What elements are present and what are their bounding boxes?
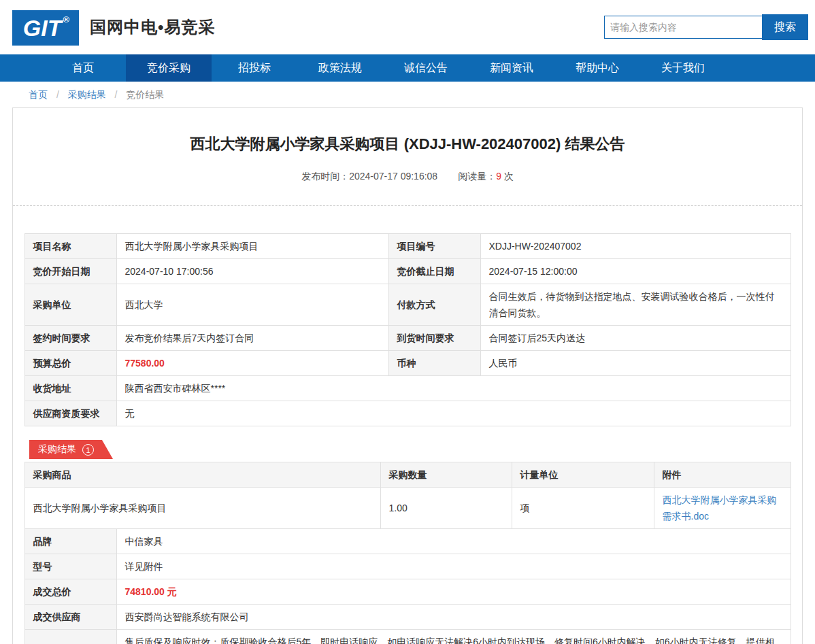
views-unit: 次	[501, 171, 514, 182]
nav-item-policies[interactable]: 政策法规	[297, 54, 383, 82]
breadcrumb-home[interactable]: 首页	[29, 89, 48, 100]
field-value: 陕西省西安市碑林区****	[116, 376, 791, 401]
field-value: 合同签订后25天内送达	[480, 326, 791, 351]
page-title: 西北大学附属小学家具采购项目 (XDJJ-HW-202407002) 结果公告	[29, 134, 786, 154]
table-row: 签约时间要求 发布竞价结果后7天内签订合同 到货时间要求 合同签订后25天内送达	[24, 326, 791, 351]
field-label: 预算总价	[24, 351, 116, 376]
field-label: 收货地址	[24, 376, 116, 401]
publish-time-value: 2024-07-17 09:16:08	[349, 171, 437, 182]
field-label: 项目编号	[388, 234, 480, 259]
table-row: 成交供应商 西安爵尚达智能系统有限公司	[24, 605, 791, 630]
search-bar: 搜索	[604, 0, 808, 54]
search-input[interactable]	[604, 16, 762, 39]
field-label: 采购单位	[24, 284, 116, 326]
deal-total-price: 74810.00 元	[116, 579, 791, 605]
table-row: 竞价开始日期 2024-07-10 17:00:56 竞价截止日期 2024-0…	[24, 259, 791, 284]
attachment-link[interactable]: 西北大学附属小学家具采购需求书.doc	[663, 494, 777, 522]
field-label: 成交供应商	[24, 605, 116, 630]
field-label: 到货时间要求	[388, 326, 480, 351]
attachment-cell: 西北大学附属小学家具采购需求书.doc	[654, 488, 791, 529]
field-label: 竞价截止日期	[388, 259, 480, 284]
announcement-meta: 发布时间：2024-07-17 09:16:08阅读量：9 次	[13, 171, 802, 183]
site-header: GIT® 国网中电•易竞采 搜索	[0, 0, 815, 54]
field-value: 西北大学	[116, 284, 388, 326]
logo-text: GIT	[23, 15, 62, 41]
field-label: 成交总价	[24, 579, 116, 605]
field-label: 币种	[388, 351, 480, 376]
breadcrumb-separator: /	[56, 89, 59, 100]
field-label: 品牌	[24, 529, 116, 554]
nav-item-tenders[interactable]: 招投标	[212, 54, 297, 82]
column-header: 计量单位	[512, 462, 654, 488]
registered-trademark-icon: ®	[63, 14, 70, 24]
nav-item-home[interactable]: 首页	[40, 54, 126, 82]
field-label: 签约时间要求	[24, 326, 116, 351]
field-label: 付款方式	[388, 284, 480, 326]
project-info-table: 项目名称 西北大学附属小学家具采购项目 项目编号 XDJJ-HW-2024070…	[24, 233, 791, 426]
table-row: 项目名称 西北大学附属小学家具采购项目 项目编号 XDJJ-HW-2024070…	[24, 234, 791, 259]
field-label: 质保及售后服务	[24, 630, 116, 644]
table-row: 型号 详见附件	[24, 554, 791, 579]
site-logo[interactable]: GIT®	[12, 10, 79, 46]
site-name: 国网中电•易竞采	[90, 0, 215, 54]
quantity-value: 1.00	[380, 488, 512, 529]
purchase-result-ribbon: 采购结果 1	[29, 440, 113, 459]
breadcrumb-separator: /	[115, 89, 118, 100]
breadcrumb: 首页 / 采购结果 / 竞价结果	[0, 82, 815, 107]
field-value: 2024-07-10 17:00:56	[116, 259, 388, 284]
nav-item-about-us[interactable]: 关于我们	[640, 54, 726, 82]
table-header-row: 采购商品 采购数量 计量单位 附件	[24, 462, 791, 488]
table-row: 品牌 中信家具	[24, 529, 791, 554]
table-row: 收货地址 陕西省西安市碑林区****	[24, 376, 791, 401]
field-value: 详见附件	[116, 554, 791, 579]
table-row: 质保及售后服务 售后质保及响应时效：质保期验收合格后5年，即时电话响应，如电话响…	[24, 630, 791, 644]
table-row: 预算总价 77580.00 币种 人民币	[24, 351, 791, 376]
nav-item-integrity-notices[interactable]: 诚信公告	[383, 54, 469, 82]
table-row: 西北大学附属小学家具采购项目 1.00 项 西北大学附属小学家具采购需求书.do…	[24, 488, 791, 529]
dashed-divider	[13, 205, 802, 206]
nav-item-help-center[interactable]: 帮助中心	[554, 54, 640, 82]
field-value: 无	[116, 401, 791, 426]
field-value: 发布竞价结果后7天内签订合同	[116, 326, 388, 351]
table-row: 采购单位 西北大学 付款方式 合同生效后，待货物到达指定地点、安装调试验收合格后…	[24, 284, 791, 326]
table-row: 成交总价 74810.00 元	[24, 579, 791, 605]
product-name: 西北大学附属小学家具采购项目	[24, 488, 380, 529]
table-row: 供应商资质要求 无	[24, 401, 791, 426]
breadcrumb-purchase-results[interactable]: 采购结果	[68, 89, 106, 100]
ribbon-label: 采购结果	[38, 443, 76, 456]
breadcrumb-current: 竞价结果	[126, 89, 164, 100]
field-label: 型号	[24, 554, 116, 579]
result-detail-table: 品牌 中信家具 型号 详见附件 成交总价 74810.00 元 成交供应商 西安…	[24, 528, 791, 644]
field-value: 售后质保及响应时效：质保期验收合格后5年，即时电话响应，如电话响应无法解决6小时…	[116, 630, 791, 644]
main-nav: 首页 竞价采购 招投标 政策法规 诚信公告 新闻资讯 帮助中心 关于我们	[0, 54, 815, 82]
field-value: 中信家具	[116, 529, 791, 554]
field-value: XDJJ-HW-202407002	[480, 234, 791, 259]
field-value: 西北大学附属小学家具采购项目	[116, 234, 388, 259]
field-value: 2024-07-15 12:00:00	[480, 259, 791, 284]
result-count-badge: 1	[82, 444, 94, 456]
nav-item-news[interactable]: 新闻资讯	[469, 54, 554, 82]
announcement-card: 西北大学附属小学家具采购项目 (XDJJ-HW-202407002) 结果公告 …	[12, 107, 803, 644]
nav-item-bidding-purchase[interactable]: 竞价采购	[126, 54, 212, 82]
field-label: 竞价开始日期	[24, 259, 116, 284]
field-label: 项目名称	[24, 234, 116, 259]
purchase-result-table: 采购商品 采购数量 计量单位 附件 西北大学附属小学家具采购项目 1.00 项 …	[24, 462, 791, 529]
views-count: 9	[496, 171, 501, 182]
field-value: 合同生效后，待货物到达指定地点、安装调试验收合格后，一次性付清合同货款。	[480, 284, 791, 326]
column-header: 附件	[654, 462, 791, 488]
budget-total-value: 77580.00	[116, 351, 388, 376]
field-label: 供应商资质要求	[24, 401, 116, 426]
search-button[interactable]: 搜索	[762, 14, 808, 40]
publish-time-label: 发布时间：	[301, 171, 349, 182]
column-header: 采购商品	[24, 462, 380, 488]
views-label: 阅读量：	[458, 171, 496, 182]
field-value: 西安爵尚达智能系统有限公司	[116, 605, 791, 630]
field-value: 人民币	[480, 351, 791, 376]
unit-value: 项	[512, 488, 654, 529]
column-header: 采购数量	[380, 462, 512, 488]
